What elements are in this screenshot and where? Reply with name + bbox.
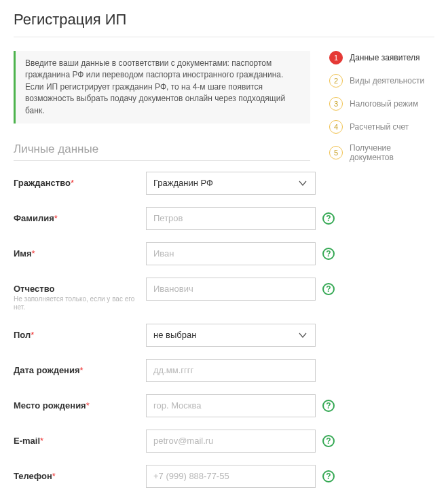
chevron-down-icon <box>297 178 308 189</box>
birthplace-input[interactable] <box>146 394 316 417</box>
firstname-label: Имя* <box>14 248 35 259</box>
patronymic-label: Отчество <box>14 284 54 294</box>
step-number: 4 <box>329 120 343 134</box>
field-row-birthplace: Место рождения* ? <box>14 394 310 417</box>
citizenship-label: Гражданство* <box>14 178 74 188</box>
step-1[interactable]: 1 Данные заявителя <box>329 51 434 64</box>
step-number: 2 <box>329 74 343 88</box>
email-input[interactable] <box>146 430 316 453</box>
section-heading: Личные данные <box>14 142 310 156</box>
phone-input[interactable] <box>146 465 316 488</box>
field-row-citizenship: Гражданство* Гражданин РФ <box>14 172 310 195</box>
patronymic-input[interactable] <box>146 278 316 301</box>
gender-label: Пол* <box>14 330 34 340</box>
field-row-patronymic: Отчество Не заполняется только, если у в… <box>14 278 310 311</box>
step-number: 3 <box>329 97 343 111</box>
field-row-email: E-mail* ? <box>14 430 310 453</box>
email-label: E-mail* <box>14 436 43 446</box>
step-2[interactable]: 2 Виды деятельности <box>329 74 434 88</box>
step-number: 1 <box>329 51 343 64</box>
gender-value: не выбран <box>153 330 196 340</box>
step-label: Расчетный счет <box>350 122 409 132</box>
phone-label: Телефон* <box>14 471 56 481</box>
step-label: Получение документов <box>350 143 434 162</box>
chevron-down-icon <box>297 330 308 341</box>
page-title: Регистрация ИП <box>14 11 434 28</box>
field-row-phone: Телефон* ? <box>14 465 310 488</box>
lastname-input[interactable] <box>146 207 316 230</box>
patronymic-hint: Не заполняется только, если у вас его не… <box>14 295 146 311</box>
info-notice: Введите ваши данные в соответствии с док… <box>14 51 310 124</box>
step-number: 5 <box>329 146 343 159</box>
steps-sidebar: 1 Данные заявителя 2 Виды деятельности 3… <box>329 51 434 494</box>
firstname-input[interactable] <box>146 242 316 265</box>
lastname-label: Фамилия* <box>14 213 58 223</box>
title-divider <box>14 37 434 37</box>
field-row-firstname: Имя* ? <box>14 242 310 265</box>
birthdate-input[interactable] <box>146 359 316 382</box>
birthplace-label: Место рождения* <box>14 400 90 411</box>
step-label: Данные заявителя <box>350 53 420 62</box>
step-5[interactable]: 5 Получение документов <box>329 143 434 162</box>
step-4[interactable]: 4 Расчетный счет <box>329 120 434 134</box>
citizenship-value: Гражданин РФ <box>153 178 213 188</box>
birthdate-label: Дата рождения* <box>14 365 83 375</box>
citizenship-select[interactable]: Гражданин РФ <box>146 172 316 195</box>
section-divider <box>14 160 310 161</box>
field-row-birthdate: Дата рождения* <box>14 359 310 382</box>
gender-select[interactable]: не выбран <box>146 324 316 347</box>
step-label: Налоговый режим <box>350 99 418 109</box>
field-row-lastname: Фамилия* ? <box>14 207 310 230</box>
step-3[interactable]: 3 Налоговый режим <box>329 97 434 111</box>
step-label: Виды деятельности <box>350 76 424 86</box>
field-row-gender: Пол* не выбран <box>14 324 310 347</box>
